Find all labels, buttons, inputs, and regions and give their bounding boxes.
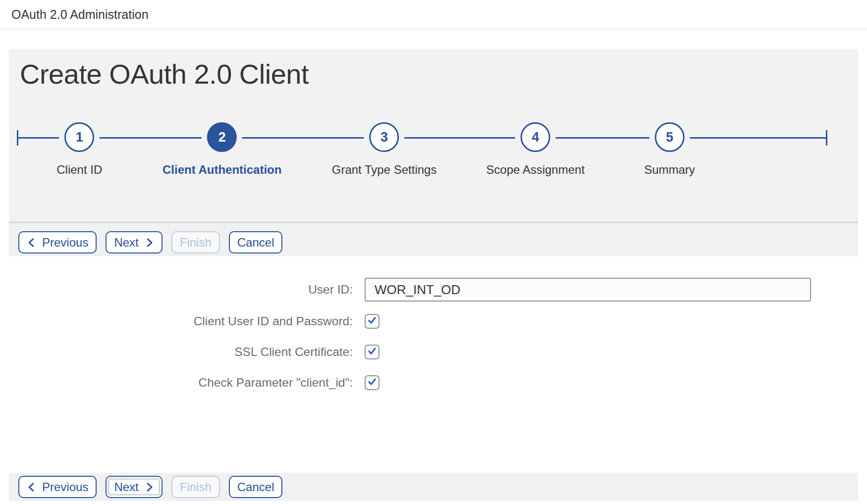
user-id-input[interactable]: [365, 278, 811, 302]
chevron-right-icon: [144, 238, 154, 248]
cancel-button[interactable]: Cancel: [229, 476, 283, 498]
wizard-step-client-authentication[interactable]: 2 Client Authentication: [163, 122, 281, 177]
wizard-header-panel: Create OAuth 2.0 Client 1 Client ID 2 Cl…: [9, 49, 858, 221]
ssl-client-certificate-label: SSL Client Certificate:: [0, 345, 353, 359]
step-circle[interactable]: 1: [64, 122, 94, 152]
ssl-client-certificate-checkbox[interactable]: [365, 345, 379, 359]
step-label: Client ID: [56, 163, 102, 177]
user-id-row: User ID:: [0, 278, 867, 302]
app-header: OAuth 2.0 Administration: [0, 0, 867, 29]
wizard-step-client-id[interactable]: 1 Client ID: [56, 122, 102, 177]
checkmark-icon: [367, 346, 377, 358]
wizard-step-grant-type-settings[interactable]: 3 Grant Type Settings: [332, 122, 437, 177]
client-authentication-form: User ID: Client User ID and Password: SS…: [0, 256, 867, 390]
top-toolbar: Previous Next Finish Cancel: [9, 221, 858, 256]
step-label: Grant Type Settings: [332, 163, 437, 177]
previous-button[interactable]: Previous: [18, 231, 97, 253]
bottom-toolbar: Previous Next Finish Cancel: [9, 473, 858, 501]
step-circle[interactable]: 2: [207, 122, 237, 152]
button-label: Next: [114, 480, 138, 494]
step-circle[interactable]: 5: [654, 122, 684, 152]
wizard-step-summary[interactable]: 5 Summary: [644, 122, 695, 177]
client-user-id-password-row: Client User ID and Password:: [0, 314, 867, 329]
client-user-id-password-checkbox[interactable]: [365, 314, 379, 329]
chevron-left-icon: [27, 482, 37, 492]
button-label: Finish: [180, 236, 212, 250]
button-label: Previous: [42, 236, 88, 250]
step-label: Scope Assignment: [486, 163, 585, 177]
user-id-label: User ID:: [0, 283, 353, 297]
check-parameter-client-id-checkbox[interactable]: [365, 375, 379, 390]
check-parameter-client-id-row: Check Parameter "client_id":: [0, 375, 867, 390]
button-label: Finish: [180, 480, 212, 494]
button-label: Previous: [42, 480, 88, 494]
ssl-client-certificate-row: SSL Client Certificate:: [0, 345, 867, 359]
finish-button[interactable]: Finish: [171, 231, 220, 253]
cancel-button[interactable]: Cancel: [229, 231, 283, 253]
chevron-right-icon: [144, 482, 154, 492]
chevron-left-icon: [27, 238, 37, 248]
step-circle[interactable]: 4: [521, 122, 550, 152]
step-circle[interactable]: 3: [370, 122, 399, 152]
next-button[interactable]: Next: [106, 231, 162, 253]
wizard-track-end-cap: [826, 130, 827, 146]
wizard-track-start-cap: [17, 130, 18, 146]
previous-button[interactable]: Previous: [18, 476, 97, 498]
client-user-id-password-label: Client User ID and Password:: [0, 314, 353, 328]
check-parameter-client-id-label: Check Parameter "client_id":: [0, 376, 353, 390]
button-label: Cancel: [237, 480, 274, 494]
checkmark-icon: [367, 315, 377, 327]
page-title: Create OAuth 2.0 Client: [20, 58, 309, 90]
button-label: Cancel: [237, 236, 274, 250]
next-button[interactable]: Next: [106, 476, 162, 498]
step-label: Client Authentication: [163, 163, 281, 177]
step-label: Summary: [644, 163, 695, 177]
wizard-step-scope-assignment[interactable]: 4 Scope Assignment: [486, 122, 585, 177]
finish-button[interactable]: Finish: [171, 476, 220, 498]
app-title: OAuth 2.0 Administration: [11, 7, 149, 22]
content-spacer: [0, 406, 867, 473]
checkmark-icon: [367, 377, 377, 389]
button-label: Next: [114, 236, 138, 250]
